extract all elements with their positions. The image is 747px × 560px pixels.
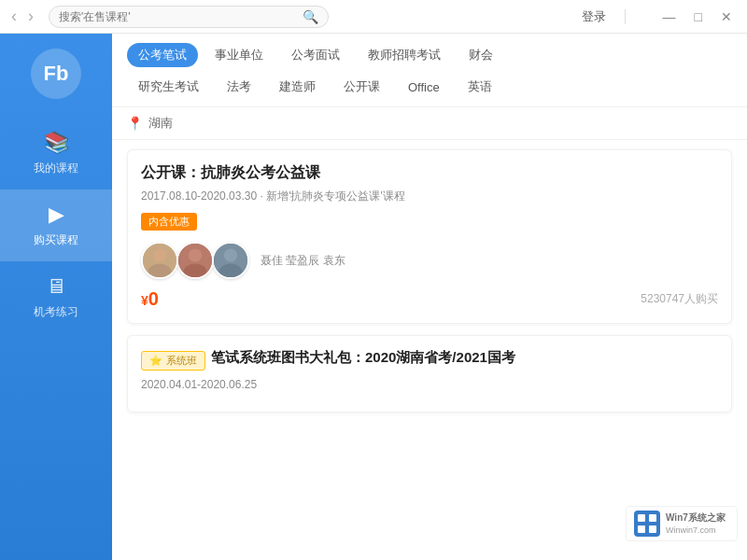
tab-construction[interactable]: 建造师 (268, 75, 327, 99)
course-card-2[interactable]: ⭐ 系统班 笔试系统班图书大礼包：2020湖南省考/2021国考 2020.04… (127, 335, 732, 413)
title-bar: ‹ › 🔍 登录 — □ ✕ (0, 0, 747, 34)
course-badge-1: 内含优惠 (141, 213, 197, 231)
maximize-button[interactable]: □ (691, 7, 706, 26)
search-input[interactable] (59, 10, 303, 23)
logo: Fb (31, 49, 81, 99)
tab-english[interactable]: 英语 (457, 75, 503, 99)
svg-point-1 (153, 248, 166, 261)
system-badge: ⭐ 系统班 (141, 351, 205, 371)
window-controls: — □ ✕ (659, 7, 736, 26)
avatar-1 (141, 242, 178, 279)
tab-office[interactable]: Office (397, 77, 451, 98)
course-title-1: 公开课：抗肺炎公考公益课 (141, 163, 718, 183)
search-icon[interactable]: 🔍 (303, 9, 318, 24)
tab-civil-interview[interactable]: 公考面试 (280, 43, 351, 67)
content-area: 公考笔试 事业单位 公考面试 教师招聘考试 财会 研究生考试 法考 建造师 公开… (112, 34, 747, 560)
course-instructors-1: 聂佳 莹盈辰 袁东 (141, 242, 718, 279)
avatar-3 (212, 242, 249, 279)
course-price-1: ¥0 (141, 288, 159, 310)
svg-point-4 (189, 248, 202, 261)
tab-teacher-recruitment[interactable]: 教师招聘考试 (357, 43, 452, 67)
minimize-button[interactable]: — (659, 7, 680, 26)
category-tabs: 公考笔试 事业单位 公考面试 教师招聘考试 财会 研究生考试 法考 建造师 公开… (112, 34, 747, 107)
region-name[interactable]: 湖南 (148, 115, 173, 132)
play-icon: ▶ (49, 203, 64, 227)
tab-accounting[interactable]: 财会 (458, 43, 504, 67)
sidebar-label-practice: 机考练习 (34, 304, 78, 320)
forward-button[interactable]: › (28, 7, 34, 26)
tab-public-class[interactable]: 公开课 (332, 75, 391, 99)
search-bar[interactable]: 🔍 (49, 6, 329, 28)
navigation-buttons: ‹ › (11, 7, 34, 26)
sidebar: Fb 📚 我的课程 ▶ 购买课程 🖥 机考练习 (0, 34, 112, 560)
tabs-row-1: 公考笔试 事业单位 公考面试 教师招聘考试 财会 (127, 43, 732, 67)
location-icon: 📍 (127, 116, 143, 131)
star-icon: ⭐ (149, 355, 162, 367)
sidebar-item-buy-courses[interactable]: ▶ 购买课程 (0, 189, 112, 261)
tab-law[interactable]: 法考 (216, 75, 262, 99)
region-bar: 📍 湖南 (112, 107, 747, 140)
back-button[interactable]: ‹ (11, 7, 17, 26)
login-button[interactable]: 登录 (582, 8, 606, 25)
monitor-icon: 🖥 (46, 274, 66, 299)
course-card-1[interactable]: 公开课：抗肺炎公考公益课 2017.08.10-2020.03.30 · 新增'… (127, 149, 732, 324)
course-footer-1: ¥0 5230747人购买 (141, 288, 718, 310)
price-value-1: ¥0 (141, 288, 159, 309)
avatar-2 (176, 242, 214, 279)
sidebar-label-my-courses: 我的课程 (34, 161, 78, 176)
divider (625, 9, 626, 24)
tab-graduate[interactable]: 研究生考试 (127, 75, 210, 99)
title-bar-right: 登录 — □ ✕ (582, 7, 736, 26)
tabs-row-2: 研究生考试 法考 建造师 公开课 Office 英语 (127, 75, 732, 106)
course-title-2: 笔试系统班图书大礼包：2020湖南省考/2021国考 (211, 349, 515, 367)
course-date-1: 2017.08.10-2020.03.30 · 新增'抗肺炎专项公益课'课程 (141, 189, 718, 204)
main-layout: Fb 📚 我的课程 ▶ 购买课程 🖥 机考练习 公考笔试 事业单位 公考面试 教… (0, 34, 747, 560)
tab-public-institution[interactable]: 事业单位 (204, 43, 275, 67)
purchase-count-1: 5230747人购买 (641, 291, 718, 307)
tab-civil-written[interactable]: 公考笔试 (127, 43, 198, 67)
instructor-names-1: 聂佳 莹盈辰 袁东 (261, 253, 345, 269)
sidebar-item-practice[interactable]: 🖥 机考练习 (0, 261, 112, 333)
svg-point-7 (224, 248, 237, 261)
course-date-2: 2020.04.01-2020.06.25 (141, 378, 718, 391)
close-button[interactable]: ✕ (717, 7, 736, 26)
sidebar-item-my-courses[interactable]: 📚 我的课程 (0, 118, 112, 189)
course-list: 公开课：抗肺炎公考公益课 2017.08.10-2020.03.30 · 新增'… (112, 140, 747, 560)
sidebar-label-buy-courses: 购买课程 (34, 232, 78, 248)
book-icon: 📚 (44, 131, 69, 155)
logo-text: Fb (44, 62, 69, 86)
